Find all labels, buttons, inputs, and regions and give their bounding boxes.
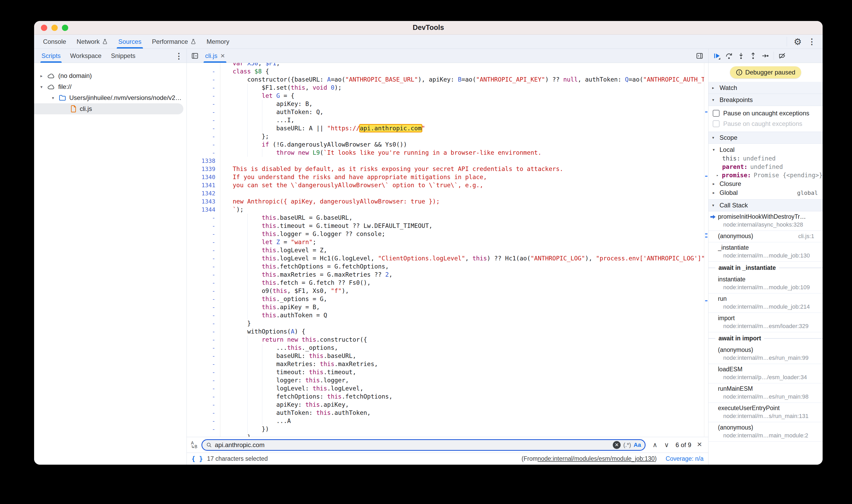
line-number-gutter[interactable]: - <box>187 327 220 336</box>
line-number-gutter[interactable]: 1342 <box>187 189 220 197</box>
code-line[interactable]: -class $8 { <box>187 67 704 75</box>
checkbox-unchecked[interactable] <box>713 110 720 117</box>
code-line[interactable]: - authToken: this.authToken, <box>187 409 704 417</box>
scope-group-global[interactable]: ▸Globalglobal <box>709 188 823 197</box>
line-number-gutter[interactable]: - <box>187 425 220 433</box>
code-line[interactable]: - baseURL: A || "https://api.anthropic.c… <box>187 124 704 132</box>
line-number-gutter[interactable]: - <box>187 100 220 108</box>
callstack-frame[interactable]: (anonymous)node:internal/m…es/run_main:9… <box>709 345 823 364</box>
code-line[interactable]: - apiKey: this.apiKey, <box>187 401 704 409</box>
search-pill[interactable]: ✕ (.*) Aa <box>201 439 645 451</box>
step-over-icon[interactable] <box>723 50 735 61</box>
tree-item-users-jinhuilee-nvm-versions-node-v2-[interactable]: ▾Users/jinhuilee/.nvm/versions/node/v2… <box>34 92 187 103</box>
callstack-frame[interactable]: runMainESMnode:internal/m…es/run_main:98 <box>709 383 823 403</box>
code-line[interactable]: - $F1.set(this, void 0); <box>187 84 704 92</box>
code-line[interactable]: - logLevel: this.logLevel, <box>187 384 704 393</box>
code-line[interactable]: - this.baseURL = G.baseURL, <box>187 214 704 222</box>
main-tab-memory[interactable]: Memory <box>201 35 235 49</box>
line-number-gutter[interactable]: - <box>187 254 220 263</box>
line-number-gutter[interactable]: - <box>187 319 220 327</box>
code-line[interactable]: - maxRetries: this.maxRetries, <box>187 360 704 368</box>
code-line[interactable]: - this.apiKey = B, <box>187 303 704 311</box>
code-line[interactable]: - this._options = G, <box>187 295 704 303</box>
main-tab-sources[interactable]: Sources <box>113 35 147 49</box>
resume-script-icon[interactable] <box>711 50 723 61</box>
line-number-gutter[interactable] <box>187 63 220 67</box>
next-match-icon[interactable]: ∨ <box>661 441 672 449</box>
line-number-gutter[interactable]: - <box>187 311 220 319</box>
line-number-gutter[interactable]: - <box>187 108 220 116</box>
main-tab-network[interactable]: Network <box>71 35 113 49</box>
tree-item-file-[interactable]: ▾file:// <box>34 81 187 92</box>
code-line[interactable]: - o9(this, $F1, Xs0, "f"), <box>187 287 704 295</box>
line-number-gutter[interactable]: - <box>187 230 220 238</box>
callstack-section-header[interactable]: ▾Call Stack <box>709 199 823 211</box>
line-number-gutter[interactable]: - <box>187 360 220 368</box>
code-line[interactable]: - let G = { <box>187 92 704 100</box>
navigator-tab-scripts[interactable]: Scripts <box>37 49 65 63</box>
line-number-gutter[interactable]: - <box>187 141 220 149</box>
code-line[interactable]: - this.authToken = Q <box>187 311 704 319</box>
code-line[interactable]: 1343new Anthropic({ apiKey, dangerouslyA… <box>187 197 704 205</box>
line-number-gutter[interactable]: - <box>187 393 220 401</box>
tree-expander-icon[interactable]: ▸ <box>39 73 44 78</box>
scope-variable[interactable]: this:undefined <box>709 154 823 163</box>
line-number-gutter[interactable]: - <box>187 352 220 360</box>
code-line[interactable]: - this.logger = G.logger ?? console; <box>187 230 704 238</box>
line-number-gutter[interactable]: - <box>187 417 220 425</box>
previous-match-icon[interactable]: ∧ <box>649 441 661 449</box>
code-line[interactable]: 1340If you understand the risks and have… <box>187 173 704 181</box>
code-line[interactable]: - this.fetchOptions = G.fetchOptions, <box>187 263 704 271</box>
code-line[interactable]: - ...I, <box>187 116 704 124</box>
search-input[interactable] <box>215 441 610 449</box>
code-line[interactable]: - this.fetch = G.fetch ?? Fs0(), <box>187 279 704 287</box>
tree-item--no-domain-[interactable]: ▸(no domain) <box>34 70 187 81</box>
line-number-gutter[interactable]: - <box>187 149 220 157</box>
watch-section-header[interactable]: ▸Watch <box>709 82 823 94</box>
code-line[interactable]: - apiKey: B, <box>187 100 704 108</box>
line-number-gutter[interactable]: - <box>187 75 220 84</box>
step-icon[interactable] <box>759 50 771 61</box>
line-number-gutter[interactable]: - <box>187 67 220 75</box>
code-line[interactable]: 1338 <box>187 157 704 165</box>
line-number-gutter[interactable]: - <box>187 401 220 409</box>
code-line[interactable]: - this.logLevel = Hc1(G.logLevel, "Clien… <box>187 254 704 263</box>
callstack-frame[interactable]: (anonymous)cli.js:1 <box>709 231 823 242</box>
line-number-gutter[interactable]: - <box>187 295 220 303</box>
callstack-frame[interactable]: _instantiatenode:internal/m…module_job:1… <box>709 242 823 262</box>
code-line[interactable]: - this.timeout = G.timeout ?? Lw.DEFAULT… <box>187 222 704 230</box>
code-line[interactable]: - }; <box>187 132 704 141</box>
callstack-frame[interactable]: importnode:internal/m…esm/loader:329 <box>709 313 823 332</box>
code-line[interactable]: - }) <box>187 425 704 433</box>
code-line[interactable]: 1341you can set the \`dangerouslyAllowBr… <box>187 181 704 189</box>
scope-variable-expander-icon[interactable]: ▸ <box>716 173 722 177</box>
line-number-gutter[interactable]: - <box>187 409 220 417</box>
line-number-gutter[interactable]: - <box>187 238 220 246</box>
line-number-gutter[interactable]: 1341 <box>187 181 220 189</box>
pretty-print-icon[interactable]: { } <box>192 455 203 463</box>
code-line[interactable]: - } <box>187 433 704 437</box>
code-line[interactable]: - throw new L9(`It looks like you're run… <box>187 149 704 157</box>
line-number-gutter[interactable]: - <box>187 368 220 376</box>
callstack-frame[interactable]: (anonymous)node:internal/m…main_module:2 <box>709 422 823 442</box>
code-line[interactable]: - baseURL: this.baseURL, <box>187 352 704 360</box>
line-number-gutter[interactable]: 1340 <box>187 173 220 181</box>
scope-section-header[interactable]: ▾Scope <box>709 132 823 144</box>
line-number-gutter[interactable]: - <box>187 303 220 311</box>
line-number-gutter[interactable]: - <box>187 336 220 344</box>
callstack-frame[interactable]: instantiatenode:internal/m…module_job:10… <box>709 274 823 293</box>
main-tab-console[interactable]: Console <box>38 35 71 49</box>
step-out-icon[interactable] <box>747 50 759 61</box>
scope-expander-icon[interactable]: ▸ <box>713 181 717 186</box>
navigator-more-icon[interactable]: ⋮ <box>173 50 185 62</box>
code-line[interactable]: 1342 <box>187 189 704 197</box>
line-number-gutter[interactable]: - <box>187 92 220 100</box>
line-number-gutter[interactable]: - <box>187 344 220 352</box>
regex-toggle[interactable]: (.*) <box>623 442 631 448</box>
from-module-link[interactable]: node:internal/modules/esm/module_job:130 <box>538 455 655 462</box>
code-line[interactable]: - constructor({baseURL: A=ao("ANTHROPIC_… <box>187 75 704 84</box>
code-line[interactable]: - this.maxRetries = G.maxRetries ?? 2, <box>187 271 704 279</box>
replace-toggle-icon[interactable]: A↳B <box>191 441 200 449</box>
code-line[interactable]: - ...A <box>187 417 704 425</box>
navigator-tab-snippets[interactable]: Snippets <box>106 49 140 63</box>
